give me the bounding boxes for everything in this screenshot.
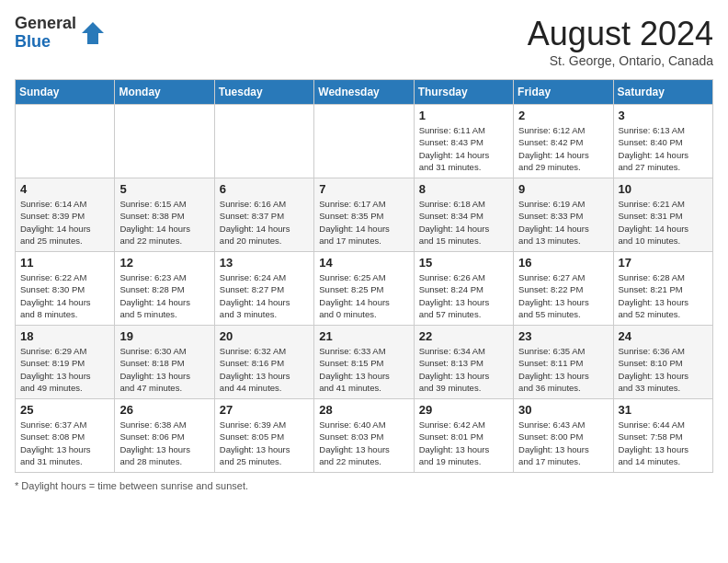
calendar-cell: 20Sunrise: 6:32 AM Sunset: 8:16 PM Dayli… (214, 326, 313, 399)
cell-info: Sunrise: 6:17 AM Sunset: 8:35 PM Dayligh… (319, 198, 408, 247)
day-number: 2 (518, 109, 608, 122)
calendar-cell: 15Sunrise: 6:26 AM Sunset: 8:24 PM Dayli… (414, 252, 513, 326)
day-number: 31 (619, 403, 708, 417)
day-number: 28 (319, 403, 408, 417)
calendar-cell: 14Sunrise: 6:25 AM Sunset: 8:25 PM Dayli… (314, 252, 414, 326)
calendar-cell: 27Sunrise: 6:39 AM Sunset: 8:05 PM Dayli… (214, 399, 313, 473)
day-number: 1 (419, 109, 508, 122)
day-number: 25 (20, 403, 109, 417)
cell-info: Sunrise: 6:25 AM Sunset: 8:25 PM Dayligh… (319, 271, 408, 320)
cell-info: Sunrise: 6:43 AM Sunset: 8:00 PM Dayligh… (518, 419, 608, 467)
week-row-4: 18Sunrise: 6:29 AM Sunset: 8:19 PM Dayli… (16, 326, 713, 399)
calendar-cell: 1Sunrise: 6:11 AM Sunset: 8:43 PM Daylig… (414, 105, 513, 178)
day-number: 11 (20, 256, 109, 270)
cell-info: Sunrise: 6:15 AM Sunset: 8:38 PM Dayligh… (119, 198, 209, 247)
day-number: 13 (220, 256, 309, 270)
cell-info: Sunrise: 6:12 AM Sunset: 8:42 PM Dayligh… (518, 124, 608, 173)
calendar-cell (214, 105, 313, 178)
calendar-cell: 4Sunrise: 6:14 AM Sunset: 8:39 PM Daylig… (16, 178, 115, 252)
calendar-cell: 3Sunrise: 6:13 AM Sunset: 8:40 PM Daylig… (613, 105, 712, 178)
logo-general-text: General (15, 14, 76, 32)
day-header-friday: Friday (514, 80, 613, 105)
logo: General Blue (15, 15, 106, 52)
calendar-cell: 12Sunrise: 6:23 AM Sunset: 8:28 PM Dayli… (115, 252, 214, 326)
week-row-5: 25Sunrise: 6:37 AM Sunset: 8:08 PM Dayli… (16, 399, 713, 473)
calendar-cell: 29Sunrise: 6:42 AM Sunset: 8:01 PM Dayli… (414, 399, 513, 473)
calendar-cell: 7Sunrise: 6:17 AM Sunset: 8:35 PM Daylig… (314, 178, 414, 252)
cell-info: Sunrise: 6:18 AM Sunset: 8:34 PM Dayligh… (419, 198, 508, 247)
cell-info: Sunrise: 6:33 AM Sunset: 8:15 PM Dayligh… (319, 345, 408, 394)
cell-info: Sunrise: 6:44 AM Sunset: 7:58 PM Dayligh… (619, 419, 708, 467)
svg-marker-0 (82, 22, 104, 44)
calendar-cell: 9Sunrise: 6:19 AM Sunset: 8:33 PM Daylig… (514, 178, 613, 252)
day-number: 27 (220, 403, 309, 417)
calendar-cell: 26Sunrise: 6:38 AM Sunset: 8:06 PM Dayli… (115, 399, 214, 473)
cell-info: Sunrise: 6:14 AM Sunset: 8:39 PM Dayligh… (20, 198, 109, 247)
calendar-cell: 17Sunrise: 6:28 AM Sunset: 8:21 PM Dayli… (613, 252, 712, 326)
calendar-cell: 5Sunrise: 6:15 AM Sunset: 8:38 PM Daylig… (115, 178, 214, 252)
calendar-cell: 13Sunrise: 6:24 AM Sunset: 8:27 PM Dayli… (214, 252, 313, 326)
day-number: 17 (619, 256, 708, 270)
title-area: August 2024 St. George, Ontario, Canada (528, 15, 713, 68)
day-number: 4 (20, 182, 109, 196)
month-title: August 2024 (528, 15, 713, 53)
day-number: 9 (518, 182, 608, 196)
day-number: 8 (419, 182, 508, 196)
calendar-cell: 25Sunrise: 6:37 AM Sunset: 8:08 PM Dayli… (16, 399, 115, 473)
cell-info: Sunrise: 6:24 AM Sunset: 8:27 PM Dayligh… (220, 271, 309, 320)
day-number: 26 (119, 403, 209, 417)
header-row: SundayMondayTuesdayWednesdayThursdayFrid… (16, 80, 713, 105)
cell-info: Sunrise: 6:36 AM Sunset: 8:10 PM Dayligh… (619, 345, 708, 394)
day-number: 30 (518, 403, 608, 417)
calendar-cell: 16Sunrise: 6:27 AM Sunset: 8:22 PM Dayli… (514, 252, 613, 326)
day-number: 14 (319, 256, 408, 270)
day-number: 23 (518, 329, 608, 343)
day-header-monday: Monday (115, 80, 214, 105)
calendar-cell: 21Sunrise: 6:33 AM Sunset: 8:15 PM Dayli… (314, 326, 414, 399)
cell-info: Sunrise: 6:26 AM Sunset: 8:24 PM Dayligh… (419, 271, 508, 320)
calendar-cell: 18Sunrise: 6:29 AM Sunset: 8:19 PM Dayli… (16, 326, 115, 399)
week-row-3: 11Sunrise: 6:22 AM Sunset: 8:30 PM Dayli… (16, 252, 713, 326)
calendar-cell: 8Sunrise: 6:18 AM Sunset: 8:34 PM Daylig… (414, 178, 513, 252)
cell-info: Sunrise: 6:34 AM Sunset: 8:13 PM Dayligh… (419, 345, 508, 394)
week-row-2: 4Sunrise: 6:14 AM Sunset: 8:39 PM Daylig… (16, 178, 713, 252)
cell-info: Sunrise: 6:23 AM Sunset: 8:28 PM Dayligh… (119, 271, 209, 320)
day-number: 6 (220, 182, 309, 196)
calendar-cell: 28Sunrise: 6:40 AM Sunset: 8:03 PM Dayli… (314, 399, 414, 473)
cell-info: Sunrise: 6:22 AM Sunset: 8:30 PM Dayligh… (20, 271, 109, 320)
day-number: 19 (119, 329, 209, 343)
cell-info: Sunrise: 6:38 AM Sunset: 8:06 PM Dayligh… (119, 419, 209, 467)
cell-info: Sunrise: 6:35 AM Sunset: 8:11 PM Dayligh… (518, 345, 608, 394)
day-number: 15 (419, 256, 508, 270)
calendar-cell (314, 105, 414, 178)
day-number: 12 (119, 256, 209, 270)
day-number: 3 (619, 109, 708, 122)
cell-info: Sunrise: 6:30 AM Sunset: 8:18 PM Dayligh… (119, 345, 209, 394)
header: General Blue August 2024 St. George, Ont… (15, 15, 713, 68)
day-number: 16 (518, 256, 608, 270)
day-number: 24 (619, 329, 708, 343)
calendar-cell (115, 105, 214, 178)
cell-info: Sunrise: 6:37 AM Sunset: 8:08 PM Dayligh… (20, 419, 109, 467)
cell-info: Sunrise: 6:28 AM Sunset: 8:21 PM Dayligh… (619, 271, 708, 320)
cell-info: Sunrise: 6:42 AM Sunset: 8:01 PM Dayligh… (419, 419, 508, 467)
day-number: 20 (220, 329, 309, 343)
location: St. George, Ontario, Canada (528, 53, 713, 68)
day-number: 10 (619, 182, 708, 196)
calendar-cell: 22Sunrise: 6:34 AM Sunset: 8:13 PM Dayli… (414, 326, 513, 399)
day-number: 5 (119, 182, 209, 196)
calendar-cell: 6Sunrise: 6:16 AM Sunset: 8:37 PM Daylig… (214, 178, 313, 252)
calendar-cell (16, 105, 115, 178)
cell-info: Sunrise: 6:21 AM Sunset: 8:31 PM Dayligh… (619, 198, 708, 247)
day-number: 29 (419, 403, 508, 417)
calendar-table: SundayMondayTuesdayWednesdayThursdayFrid… (15, 79, 713, 473)
day-header-wednesday: Wednesday (314, 80, 414, 105)
cell-info: Sunrise: 6:19 AM Sunset: 8:33 PM Dayligh… (518, 198, 608, 247)
day-header-thursday: Thursday (414, 80, 513, 105)
calendar-cell: 11Sunrise: 6:22 AM Sunset: 8:30 PM Dayli… (16, 252, 115, 326)
cell-info: Sunrise: 6:16 AM Sunset: 8:37 PM Dayligh… (220, 198, 309, 247)
day-number: 21 (319, 329, 408, 343)
cell-info: Sunrise: 6:29 AM Sunset: 8:19 PM Dayligh… (20, 345, 109, 394)
calendar-cell: 10Sunrise: 6:21 AM Sunset: 8:31 PM Dayli… (613, 178, 712, 252)
logo-blue-text: Blue (15, 32, 51, 51)
